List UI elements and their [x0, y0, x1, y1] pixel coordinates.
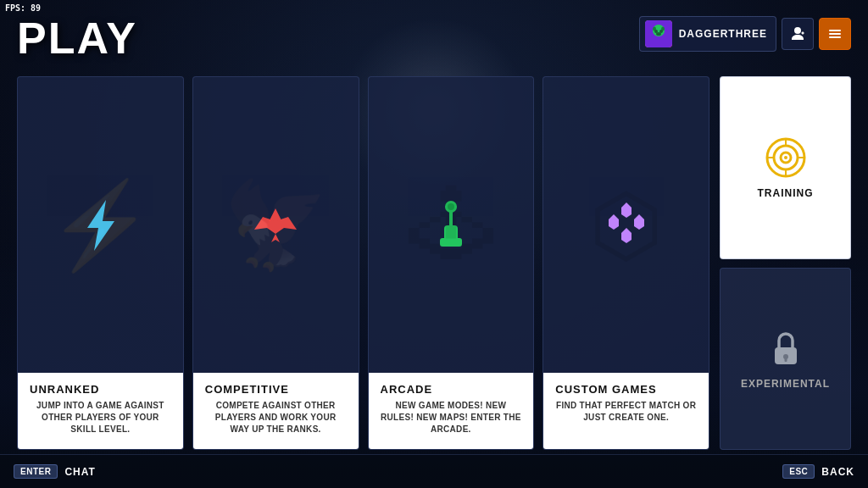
- card-silhouette-arcade: 🕹: [369, 77, 534, 373]
- side-card-training[interactable]: TRAINING: [720, 76, 851, 259]
- card-custom[interactable]: ⬡ CUSTOM GAMES FIND THAT PERFECT MATCH O…: [542, 76, 709, 450]
- svg-rect-34: [784, 357, 787, 362]
- card-desc-arcade: NEW GAME MODES! NEW RULES! NEW MAPS! ENT…: [381, 400, 522, 435]
- card-icon-area-arcade: 🕹: [369, 77, 534, 373]
- svg-point-27: [784, 156, 787, 159]
- enter-key: ENTER: [14, 464, 58, 479]
- chat-label: CHAT: [64, 466, 95, 478]
- card-info-unranked: UNRANKED JUMP INTO A GAME AGAINST OTHER …: [18, 373, 183, 449]
- svg-rect-8: [829, 33, 841, 35]
- card-silhouette-competitive: 🦅: [193, 77, 359, 373]
- card-icon-area-unranked: ⚡: [18, 77, 183, 373]
- page-title: PLAY: [17, 8, 137, 60]
- cards-area: ⚡ UNRANKED JUMP INTO A GAME AGAINST OTHE…: [17, 76, 709, 450]
- card-icon-area-competitive: 🦅: [193, 77, 359, 373]
- card-info-arcade: ARCADE NEW GAME MODES! NEW RULES! NEW MA…: [369, 373, 534, 449]
- header: PLAY DAGGERTHREE: [0, 0, 868, 68]
- experimental-label: EXPERIMENTAL: [741, 378, 830, 390]
- friend-button[interactable]: [782, 18, 814, 50]
- side-panel: TRAINING EXPERIMENTAL: [720, 76, 851, 450]
- back-button[interactable]: ESC BACK: [782, 464, 854, 479]
- card-unranked[interactable]: ⚡ UNRANKED JUMP INTO A GAME AGAINST OTHE…: [17, 76, 184, 450]
- target-icon: [765, 136, 807, 179]
- side-card-experimental[interactable]: EXPERIMENTAL: [720, 268, 851, 451]
- username: DAGGERTHREE: [679, 28, 767, 40]
- card-desc-competitive: COMPETE AGAINST OTHER PLAYERS AND WORK Y…: [205, 400, 347, 435]
- footer: ENTER CHAT ESC BACK: [0, 454, 868, 488]
- card-icon-area-custom: ⬡: [543, 77, 709, 373]
- training-label: TRAINING: [758, 187, 814, 199]
- chat-button[interactable]: ENTER CHAT: [14, 464, 96, 479]
- main-content: ⚡ UNRANKED JUMP INTO A GAME AGAINST OTHE…: [17, 76, 851, 450]
- lock-icon: [765, 327, 807, 369]
- card-title-unranked: UNRANKED: [30, 383, 171, 396]
- svg-rect-7: [829, 30, 841, 31]
- card-title-competitive: COMPETITIVE: [205, 383, 347, 396]
- esc-key: ESC: [782, 464, 815, 479]
- card-arcade[interactable]: 🕹 ARCADE NEW GAME MODES! NEW RULES! NEW …: [368, 76, 535, 450]
- menu-button[interactable]: [819, 18, 851, 50]
- card-competitive[interactable]: 🦅 COMPETITIVE COMPETE AGAINST OTHER PLAY…: [192, 76, 359, 450]
- svg-rect-9: [829, 36, 841, 38]
- user-badge[interactable]: DAGGERTHREE: [639, 16, 776, 52]
- avatar: [645, 20, 672, 47]
- card-title-custom: CUSTOM GAMES: [555, 383, 697, 396]
- card-silhouette-unranked: ⚡: [18, 77, 183, 373]
- card-title-arcade: ARCADE: [381, 383, 522, 396]
- svg-point-6: [656, 32, 661, 36]
- back-label: BACK: [821, 466, 854, 478]
- card-desc-unranked: JUMP INTO A GAME AGAINST OTHER PLAYERS O…: [30, 400, 171, 435]
- card-desc-custom: FIND THAT PERFECT MATCH OR JUST CREATE O…: [555, 400, 697, 424]
- card-silhouette-custom: ⬡: [543, 77, 709, 373]
- user-area: DAGGERTHREE: [639, 16, 851, 52]
- card-info-competitive: COMPETITIVE COMPETE AGAINST OTHER PLAYER…: [193, 373, 359, 449]
- card-info-custom: CUSTOM GAMES FIND THAT PERFECT MATCH OR …: [543, 373, 709, 449]
